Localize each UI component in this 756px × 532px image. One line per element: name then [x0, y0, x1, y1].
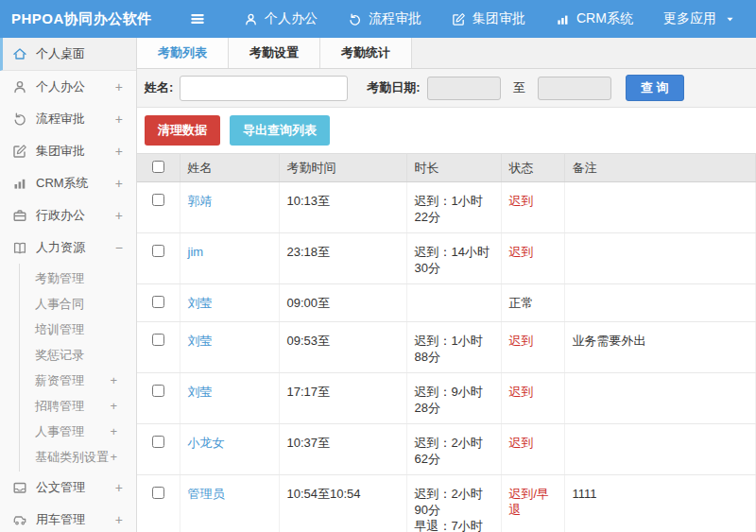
attendance-table-body: 郭靖 10:13至 迟到：1小时22分 迟到 jim 23:18至 迟到：14小… [137, 182, 756, 532]
sidebar-subitem-label: 人事管理 [35, 423, 84, 440]
sidebar-item-label: 公文管理 [36, 479, 85, 496]
export-list-button[interactable]: 导出查询列表 [230, 115, 330, 146]
sidebar-subitem[interactable]: 人事合同 [20, 291, 136, 317]
tab-1[interactable]: 考勤列表 [137, 38, 229, 68]
duration-cell [406, 284, 501, 322]
expand-toggle[interactable]: + [115, 208, 123, 223]
time-cell: 10:13至 [279, 182, 406, 233]
tab-3[interactable]: 考勤统计 [320, 38, 412, 68]
expand-toggle[interactable]: − [115, 240, 123, 255]
flow-icon [12, 112, 27, 127]
to-label: 至 [513, 79, 525, 96]
user-icon [12, 79, 27, 94]
top-navbar: PHPOA协同办公软件 个人办公 流程审批 集团审批 CRM系统 更多应用 [0, 0, 756, 38]
expand-toggle[interactable]: + [115, 176, 123, 191]
main-content: 考勤列表考勤设置考勤统计 姓名: 考勤日期: 至 查 询 清理数据 导出查询列表… [137, 38, 756, 532]
nav-item-label: 集团审批 [472, 10, 525, 27]
nav-item-label: CRM系统 [576, 10, 633, 27]
expand-toggle[interactable]: + [110, 424, 117, 438]
date-from-input[interactable] [427, 77, 501, 100]
sidebar-subitem-label: 招聘管理 [35, 398, 84, 415]
row-checkbox[interactable] [152, 296, 164, 308]
nav-item[interactable]: CRM系统 [556, 10, 633, 27]
column-header-name: 姓名 [180, 154, 279, 182]
edit-icon [12, 144, 27, 159]
expand-toggle[interactable]: + [115, 144, 123, 159]
sidebar-item[interactable]: 流程审批 + [0, 103, 136, 135]
sidebar-subitem[interactable]: 培训管理 [20, 317, 136, 342]
expand-toggle[interactable]: + [115, 512, 123, 527]
query-button[interactable]: 查 询 [626, 75, 684, 101]
duration-line: 迟到：1小时22分 [415, 193, 493, 225]
expand-toggle[interactable]: + [110, 373, 117, 387]
search-form: 姓名: 考勤日期: 至 查 询 [137, 69, 756, 108]
row-checkbox[interactable] [152, 194, 164, 206]
remark-cell: 业务需要外出 [564, 322, 756, 373]
sidebar-subitem-label: 人事合同 [35, 296, 84, 313]
sidebar-item[interactable]: CRM系统 + [0, 167, 136, 199]
sidebar-item[interactable]: 个人桌面 [0, 38, 136, 71]
sidebar-subitem-label: 基础类别设置 [35, 449, 109, 466]
row-checkbox-cell [137, 424, 180, 475]
nav-item[interactable]: 集团审批 [452, 10, 525, 27]
sidebar-subitem[interactable]: 招聘管理 + [20, 393, 136, 419]
expand-toggle[interactable]: + [115, 79, 123, 94]
chart-icon [12, 176, 27, 191]
name-input[interactable] [180, 76, 348, 101]
sidebar-item[interactable]: 集团审批 + [0, 135, 136, 167]
name-cell[interactable]: 刘莹 [180, 373, 279, 424]
expand-toggle[interactable]: + [110, 450, 117, 464]
duration-cell: 迟到：9小时28分 [406, 373, 501, 424]
user-icon [244, 12, 258, 26]
row-checkbox[interactable] [152, 245, 164, 257]
nav-item[interactable]: 流程审批 [348, 10, 421, 27]
sidebar-item[interactable]: 人力资源 − [0, 232, 136, 264]
row-checkbox[interactable] [152, 385, 164, 397]
name-cell[interactable]: 郭靖 [180, 182, 279, 233]
sidebar-item[interactable]: 用车管理 + [0, 504, 136, 532]
sidebar-subitem[interactable]: 人事管理 + [20, 419, 136, 444]
sidebar-subitem[interactable]: 基础类别设置 + [20, 444, 136, 470]
menu-icon[interactable] [189, 10, 206, 27]
row-checkbox[interactable] [152, 436, 164, 448]
row-checkbox[interactable] [152, 334, 164, 346]
remark-cell [564, 182, 756, 233]
sidebar-item-label: CRM系统 [36, 175, 89, 192]
date-to-input[interactable] [538, 77, 611, 100]
expand-toggle[interactable]: + [110, 399, 117, 413]
duration-line: 早退：7小时10分 [415, 518, 493, 532]
sidebar-subitem[interactable]: 考勤管理 [20, 266, 136, 291]
select-all-checkbox[interactable] [152, 161, 164, 173]
row-checkbox-cell [137, 322, 180, 373]
sidebar-item-label: 用车管理 [36, 511, 85, 528]
sidebar-item[interactable]: 公文管理 + [0, 472, 136, 504]
duration-cell: 迟到：2小时62分 [406, 424, 501, 475]
clean-data-button[interactable]: 清理数据 [145, 115, 220, 146]
tab-2[interactable]: 考勤设置 [229, 38, 320, 68]
name-cell[interactable]: 刘莹 [180, 322, 279, 373]
expand-toggle[interactable]: + [115, 112, 123, 127]
name-cell[interactable]: jim [180, 233, 279, 284]
sidebar-subitem[interactable]: 奖惩记录 [20, 342, 136, 368]
chart-icon [556, 12, 570, 26]
sidebar-item[interactable]: 个人办公 + [0, 71, 136, 103]
name-cell[interactable]: 管理员 [180, 475, 279, 532]
sidebar-subitem-label: 薪资管理 [35, 372, 84, 389]
name-cell[interactable]: 刘莹 [180, 284, 279, 322]
nav-item[interactable]: 个人办公 [244, 10, 318, 27]
date-label: 考勤日期: [367, 79, 420, 96]
attendance-table: 姓名 考勤时间 时长 状态 备注 郭靖 10:13至 迟到：1小时22分 迟到 … [137, 153, 756, 532]
name-cell[interactable]: 小龙女 [180, 424, 279, 475]
expand-toggle[interactable]: + [115, 480, 123, 495]
status-cell: 迟到 [501, 373, 564, 424]
sidebar: 个人桌面 个人办公 + 流程审批 + 集团审批 + CRM系统 + 行政办公 +… [0, 38, 137, 532]
sidebar-item-label: 行政办公 [36, 207, 85, 224]
briefcase-icon [12, 208, 27, 223]
table-row: jim 23:18至 迟到：14小时30分 迟到 [137, 233, 756, 284]
row-checkbox[interactable] [152, 487, 164, 499]
nav-item[interactable]: 更多应用 [663, 10, 735, 27]
sidebar-item[interactable]: 行政办公 + [0, 199, 136, 232]
row-checkbox-cell [137, 284, 180, 322]
sidebar-subitem[interactable]: 薪资管理 + [20, 368, 136, 393]
caret-down-icon [725, 14, 735, 25]
